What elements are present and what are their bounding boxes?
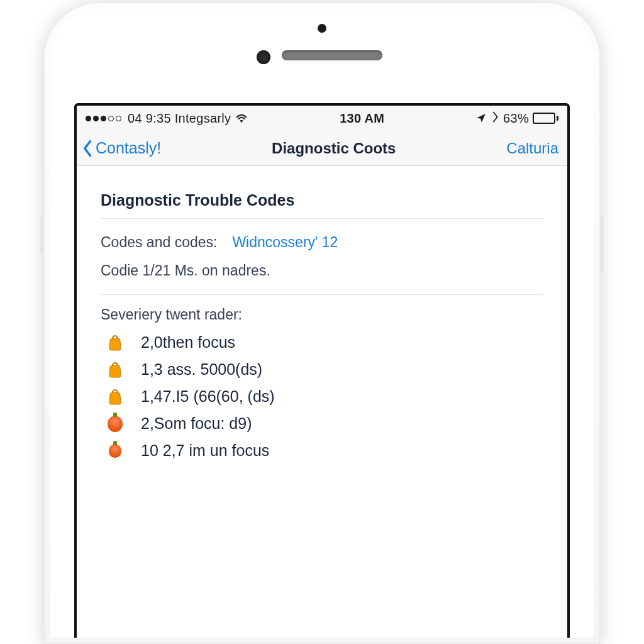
severity-red-icon [107, 442, 123, 460]
front-camera [318, 24, 326, 33]
status-right: 63% [475, 111, 558, 126]
nav-bar: Contasly! Diagnostic Coots Calturia [77, 131, 567, 166]
nav-right-button[interactable]: Calturia [506, 140, 562, 157]
codes-label: Codes and codes: [101, 234, 217, 251]
list-item[interactable]: 2,0then focus [107, 333, 543, 352]
signal-strength-icon [86, 116, 121, 121]
codes-link[interactable]: Widncossery' 12 [232, 234, 338, 251]
screen: 04 9:35 Integsarly 130 AM [74, 103, 570, 638]
dtc-section: Diagnostic Trouble Codes Codes and codes… [83, 177, 561, 460]
code-list: 2,0then focus 1,3 ass. 5000(ds) [101, 330, 543, 460]
list-item-text: 1,3 ass. 5000(ds) [141, 360, 262, 379]
phone-inner: 04 9:35 Integsarly 130 AM [50, 9, 594, 638]
carrier-text: 04 9:35 Integsarly [128, 111, 231, 126]
severity-orange-icon [107, 388, 123, 406]
severity-red-icon [107, 415, 123, 433]
earpiece-speaker [282, 50, 382, 60]
card: Diagnostic Trouble Codes Codes and codes… [83, 177, 561, 460]
status-bar: 04 9:35 Integsarly 130 AM [77, 106, 567, 131]
list-item[interactable]: 2,Som focu: d9) [107, 414, 543, 433]
chevron-left-icon [82, 139, 94, 158]
phone-body: 04 9:35 Integsarly 130 AM [44, 3, 600, 644]
severity-label: Severiery twent rader: [101, 306, 543, 330]
status-left: 04 9:35 Integsarly [86, 111, 248, 126]
content: Diagnostic Trouble Codes Codes and codes… [77, 166, 567, 638]
location-icon [475, 113, 487, 124]
list-item-text: 2,0then focus [141, 333, 235, 352]
codes-row: Codes and codes: Widncossery' 12 [101, 219, 543, 251]
list-item[interactable]: 1,47.I5 (66(60, (ds) [107, 387, 543, 406]
list-item[interactable]: 10 2,7 im un focus [107, 441, 543, 460]
list-item-text: 10 2,7 im un focus [141, 441, 269, 460]
back-button[interactable]: Contasly! [82, 139, 161, 158]
list-item-text: 2,Som focu: d9) [141, 414, 252, 433]
proximity-sensor [257, 50, 270, 64]
severity-orange-icon [107, 334, 123, 352]
wifi-icon [235, 113, 248, 124]
nav-title: Diagnostic Coots [161, 140, 506, 157]
battery-percent: 63% [503, 111, 529, 126]
divider [101, 294, 543, 295]
codes-subline: Codie 1/21 Ms. on nadres. [101, 251, 543, 279]
list-item[interactable]: 1,3 ass. 5000(ds) [107, 360, 543, 379]
list-item-text: 1,47.I5 (66(60, (ds) [141, 387, 275, 406]
section-title: Diagnostic Trouble Codes [101, 191, 543, 219]
severity-orange-icon [107, 361, 123, 379]
back-label: Contasly! [96, 139, 161, 157]
status-time: 130 AM [248, 111, 475, 126]
nav-arrow-icon [491, 111, 499, 126]
battery-icon [533, 113, 558, 124]
phone-hardware-top [50, 9, 594, 91]
